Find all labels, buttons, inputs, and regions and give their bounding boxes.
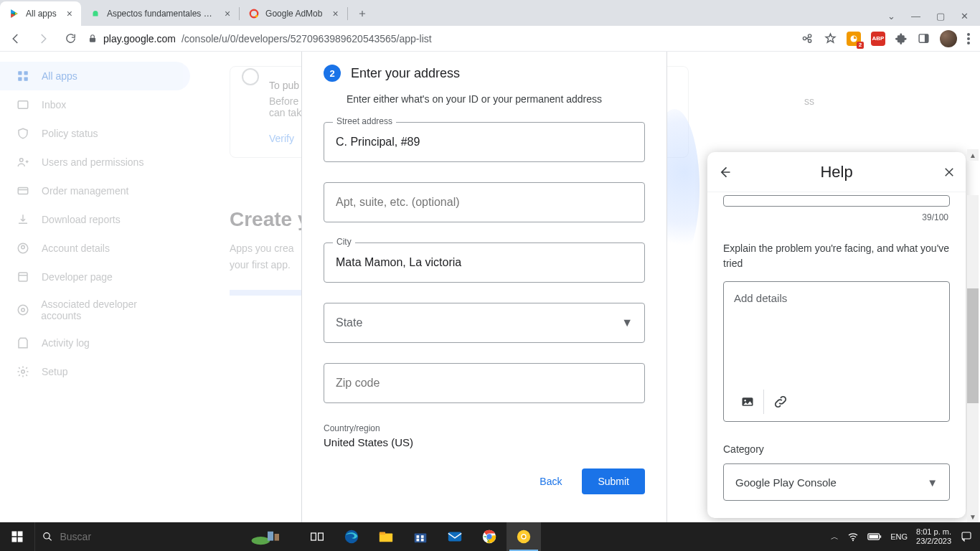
extensions-puzzle-icon[interactable]	[895, 32, 908, 44]
svg-point-51	[486, 534, 491, 539]
bookmark-star-icon[interactable]	[824, 32, 837, 44]
category-select[interactable]: Google Play Console ▼	[723, 463, 950, 501]
svg-rect-19	[18, 188, 28, 194]
maximize-icon[interactable]: ▢	[936, 11, 945, 22]
city-label: City	[333, 237, 355, 247]
tab-close-icon[interactable]: ×	[225, 8, 230, 19]
scroll-down-arrow[interactable]: ▼	[967, 511, 979, 522]
chrome-canary-taskbar-icon[interactable]	[507, 522, 541, 551]
attach-image-button[interactable]	[731, 390, 764, 414]
reload-button[interactable]	[60, 29, 80, 49]
language-indicator[interactable]: ENG	[890, 532, 908, 541]
apt-input[interactable]	[336, 196, 633, 209]
scroll-up-arrow[interactable]: ▲	[967, 149, 979, 161]
console-sidebar: All apps Inbox Policy status Users and p…	[0, 52, 190, 396]
sidebar-item-all-apps[interactable]: All apps	[0, 62, 190, 90]
taskbar-search[interactable]	[34, 522, 235, 551]
nav-back-button[interactable]	[6, 29, 26, 49]
address-bar[interactable]: play.google.com/console/u/0/developers/5…	[88, 33, 432, 44]
apt-field[interactable]	[324, 182, 645, 222]
close-window-icon[interactable]: ✕	[961, 11, 969, 22]
sidebar-item-devpage[interactable]: Developer page	[0, 263, 190, 291]
zip-field[interactable]	[324, 363, 645, 403]
street-address-input[interactable]	[336, 136, 633, 149]
admob-favicon	[248, 8, 260, 19]
explorer-taskbar-icon[interactable]	[369, 522, 403, 551]
minimize-icon[interactable]: —	[911, 11, 920, 22]
sidebar-item-associated[interactable]: Associated developer accounts	[0, 291, 190, 329]
svg-point-12	[967, 42, 970, 44]
profile-avatar[interactable]	[940, 30, 957, 47]
svg-marker-3	[15, 12, 18, 15]
state-select[interactable]: State ▼	[324, 303, 645, 343]
tab-admob[interactable]: Google AdMob ×	[240, 1, 347, 26]
edge-taskbar-icon[interactable]	[334, 522, 369, 551]
back-button[interactable]: Back	[531, 470, 570, 493]
extension-icon-1[interactable]: 2	[847, 32, 861, 46]
verify-link[interactable]: Verify	[269, 133, 294, 144]
sidebar-item-activity[interactable]: Activity log	[0, 329, 190, 357]
chrome-menu-icon[interactable]	[967, 33, 970, 44]
tab-close-icon[interactable]: ×	[332, 8, 338, 19]
gear-icon	[16, 364, 30, 379]
chevron-down-icon: ▼	[927, 476, 938, 489]
tab-close-icon[interactable]: ×	[67, 8, 72, 19]
chrome-taskbar-icon[interactable]	[472, 522, 507, 551]
taskbar-search-input[interactable]	[60, 531, 225, 542]
street-address-field[interactable]: Street address	[324, 122, 645, 162]
help-panel: Help 39/100 Explain the problem you're f…	[707, 152, 966, 518]
tab-all-apps[interactable]: All apps ×	[0, 1, 81, 26]
taskbar-weather[interactable]	[235, 522, 300, 551]
subject-input-cut[interactable]	[723, 195, 950, 207]
svg-point-55	[852, 540, 854, 541]
svg-rect-43	[380, 532, 385, 535]
page-scrollbar-thumb[interactable]	[967, 288, 979, 403]
svg-point-25	[18, 305, 28, 315]
sidebar-item-setup[interactable]: ▸ Setup	[0, 357, 190, 386]
start-button[interactable]	[0, 522, 34, 551]
store-taskbar-icon[interactable]	[403, 522, 438, 551]
country-label: Country/region	[324, 423, 645, 433]
tray-chevron-icon[interactable]: ︿	[831, 532, 839, 542]
dialog-step-title: Enter your address	[351, 66, 460, 81]
svg-rect-14	[24, 71, 28, 75]
svg-point-22	[22, 245, 25, 249]
side-panel-icon[interactable]	[918, 32, 930, 44]
adblock-extension-icon[interactable]: ABP	[871, 32, 885, 46]
nav-forward-button[interactable]	[33, 29, 53, 49]
attach-link-button[interactable]	[764, 390, 797, 414]
mail-taskbar-icon[interactable]	[438, 522, 472, 551]
zip-input[interactable]	[336, 377, 633, 390]
sidebar-item-account[interactable]: Account details	[0, 234, 190, 263]
new-tab-button[interactable]	[352, 4, 372, 24]
taskbar-clock[interactable]: 8:01 p. m. 23/2/2023	[916, 527, 951, 546]
sidebar-item-users[interactable]: Users and permissions	[0, 148, 190, 176]
svg-rect-15	[18, 77, 22, 81]
tab-separator	[347, 7, 348, 20]
sidebar-item-inbox[interactable]: Inbox	[0, 90, 190, 119]
submit-button[interactable]: Submit	[582, 468, 645, 494]
tab-aspectos[interactable]: Aspectos fundamentales de la ap ×	[81, 1, 239, 26]
tab-title: Aspectos fundamentales de la ap	[107, 9, 215, 19]
city-input[interactable]	[336, 256, 633, 269]
sidebar-item-policy[interactable]: Policy status	[0, 119, 190, 148]
sidebar-item-orders[interactable]: Order management	[0, 176, 190, 205]
wifi-icon[interactable]	[847, 531, 859, 542]
help-back-button[interactable]	[717, 165, 732, 179]
svg-point-27	[22, 370, 25, 374]
svg-point-18	[20, 159, 24, 162]
sidebar-label: Users and permissions	[42, 156, 143, 168]
svg-rect-17	[18, 101, 28, 109]
svg-point-5	[255, 15, 258, 18]
details-textarea[interactable]: Add details	[723, 281, 950, 422]
browser-tabstrip: All apps × Aspectos fundamentales de la …	[0, 0, 980, 26]
sidebar-item-download[interactable]: ▸ Download reports	[0, 205, 190, 234]
chevron-down-icon[interactable]: ⌄	[887, 11, 895, 22]
share-icon[interactable]	[802, 32, 814, 44]
account-icon	[16, 241, 30, 255]
help-close-button[interactable]	[943, 166, 956, 179]
battery-icon[interactable]	[867, 532, 882, 541]
city-field[interactable]: City	[324, 242, 645, 283]
task-view-button[interactable]	[300, 522, 334, 551]
notifications-icon[interactable]	[960, 530, 973, 543]
